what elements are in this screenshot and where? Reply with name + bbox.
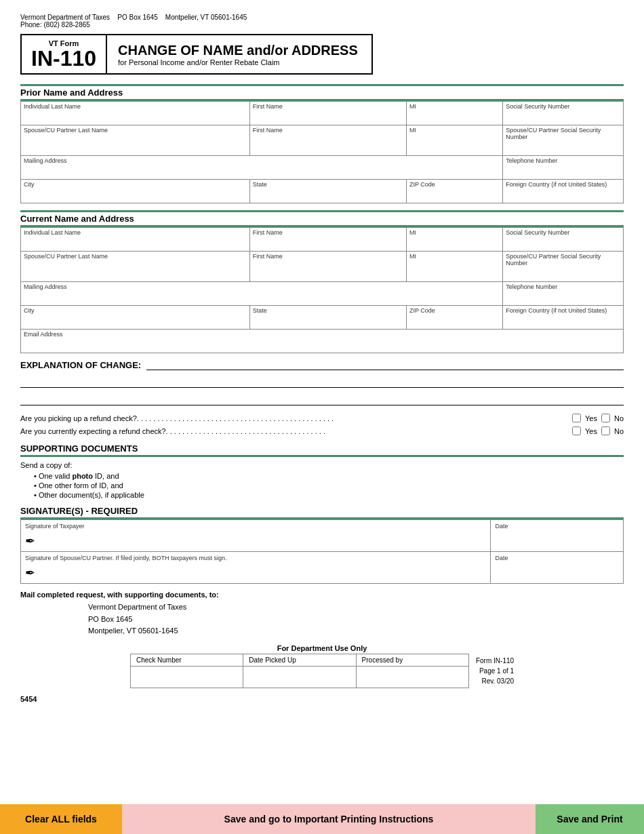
prior-first-name-2-input[interactable] (253, 135, 403, 147)
form-info-label: Form IN-110 (476, 656, 514, 666)
curr-email-input[interactable] (24, 339, 620, 351)
send-copy-label: Send a copy of: (20, 461, 624, 469)
prior-mi-1-input[interactable] (409, 111, 500, 123)
curr-mailing-address-input[interactable] (24, 292, 500, 304)
no-checkbox-2[interactable] (601, 426, 610, 435)
yes-checkbox-2[interactable] (572, 426, 581, 435)
taxpayer-date-input[interactable] (495, 531, 619, 543)
prior-spouse-ssn-input[interactable] (506, 142, 620, 154)
curr-spouse-last-name-input[interactable] (24, 261, 247, 273)
prior-individual-last-name-label: Individual Last Name (24, 103, 247, 110)
yes-checkbox-1[interactable] (572, 414, 581, 422)
curr-first-name-1-cell: First Name (249, 228, 406, 252)
curr-city-input[interactable] (24, 315, 247, 327)
curr-foreign-country-input[interactable] (506, 315, 620, 327)
no-label-1: No (614, 414, 624, 422)
form-info-right: Form IN-110 Page 1 of 1 Rev. 03/20 (476, 656, 514, 686)
prior-city-input[interactable] (24, 189, 247, 201)
yes-label-2: Yes (585, 427, 597, 435)
curr-city-label: City (24, 307, 247, 314)
curr-individual-last-name-label: Individual Last Name (24, 229, 247, 236)
prior-foreign-country-label: Foreign Country (if not United States) (506, 181, 620, 188)
curr-ssn-input[interactable] (506, 237, 620, 250)
dept-use-section: For Department Use Only Check Number Dat… (20, 644, 624, 688)
spouse-sig-cell: Signature of Spouse/CU Partner. If filed… (21, 552, 491, 584)
dept-date-input[interactable] (249, 671, 350, 683)
prior-name-table: Individual Last Name First Name MI Socia… (20, 101, 624, 203)
no-checkbox-group-2: No (601, 426, 624, 435)
prior-individual-last-name-cell: Individual Last Name (21, 102, 250, 125)
curr-zip-input[interactable] (409, 315, 500, 327)
prior-telephone-input[interactable] (506, 165, 620, 178)
prior-first-name-2-label: First Name (253, 127, 403, 134)
no-checkbox-group-1: No (601, 414, 624, 422)
signature-table: Signature of Taxpayer ✒ Date Signature o… (20, 519, 624, 584)
prior-mailing-address-input[interactable] (24, 165, 500, 178)
prior-name-section: Prior Name and Address Individual Last N… (20, 84, 624, 203)
clear-all-button[interactable]: Clear ALL fields (0, 804, 122, 834)
table-row: Individual Last Name First Name MI Socia… (21, 228, 624, 252)
curr-first-name-2-input[interactable] (253, 261, 403, 273)
save-print-button[interactable]: Save and Print (536, 804, 644, 834)
dept-check-input[interactable] (136, 671, 237, 683)
prior-mi-2-input[interactable] (409, 135, 500, 147)
form-number: IN-110 (31, 47, 96, 69)
prior-city-cell: City (21, 180, 250, 203)
prior-state-input[interactable] (253, 189, 403, 201)
list-item: One other form of ID, and (34, 481, 624, 490)
curr-telephone-input[interactable] (506, 292, 620, 304)
mail-address: Vermont Department of Taxes PO Box 1645 … (20, 601, 624, 637)
explanation-section: EXPLANATION OF CHANGE: (20, 360, 624, 405)
prior-mi-1-label: MI (409, 103, 500, 110)
city-state-zip: Montpelier, VT 05601-1645 (165, 14, 247, 21)
spouse-date-cell: Date (491, 552, 624, 584)
refund-text-2: Are you currently expecting a refund che… (20, 427, 568, 435)
spouse-date-input[interactable] (495, 563, 619, 575)
curr-zip-label: ZIP Code (409, 307, 500, 314)
curr-individual-last-name-input[interactable] (24, 237, 247, 250)
signature-section: SIGNATURE(S) - REQUIRED Signature of Tax… (20, 506, 624, 584)
refund-text-1: Are you picking up a refund check?. . . … (20, 414, 568, 422)
prior-telephone-label: Telephone Number (506, 157, 620, 164)
prior-ssn-input[interactable] (506, 111, 620, 123)
curr-spouse-ssn-input[interactable] (506, 268, 620, 280)
list-item: One valid photo ID, and (34, 472, 624, 480)
dept-processed-input[interactable] (362, 671, 463, 683)
current-name-table: Individual Last Name First Name MI Socia… (20, 227, 624, 353)
prior-spouse-last-name-input[interactable] (24, 135, 247, 147)
supporting-documents-section: SUPPORTING DOCUMENTS Send a copy of: One… (20, 443, 624, 499)
prior-spouse-ssn-cell: Spouse/CU Partner Social Security Number (503, 125, 624, 156)
prior-zip-input[interactable] (409, 189, 500, 201)
curr-first-name-1-input[interactable] (253, 237, 403, 250)
explanation-input-inline[interactable] (146, 361, 624, 370)
prior-first-name-1-input[interactable] (253, 111, 403, 123)
prior-individual-last-name-input[interactable] (24, 111, 247, 123)
prior-foreign-country-input[interactable] (506, 189, 620, 201)
prior-mi-1-cell: MI (406, 102, 502, 125)
no-checkbox-1[interactable] (601, 414, 610, 422)
prior-first-name-2-cell: First Name (249, 125, 406, 156)
header-info: Vermont Department of Taxes PO Box 1645 … (20, 14, 624, 28)
taxpayer-date-label: Date (495, 523, 619, 530)
curr-ssn-cell: Social Security Number (503, 228, 624, 252)
curr-mi-1-input[interactable] (409, 237, 500, 250)
explanation-input-line2[interactable] (20, 391, 624, 405)
curr-mi-2-input[interactable] (409, 261, 500, 273)
curr-state-input[interactable] (253, 315, 403, 327)
po-box: PO Box 1645 (117, 14, 157, 21)
table-row: Check Number Date Picked Up Processed by (130, 654, 468, 666)
signature-icon-1: ✒ (25, 534, 486, 549)
curr-mi-1-cell: MI (406, 228, 502, 252)
list-item: Other document(s), if applicable (34, 491, 624, 499)
supporting-title: SUPPORTING DOCUMENTS (20, 443, 624, 457)
save-go-button[interactable]: Save and go to Important Printing Instru… (122, 804, 536, 834)
prior-ssn-label: Social Security Number (506, 103, 620, 110)
explanation-input-line1[interactable] (20, 373, 624, 388)
refund-row-1: Are you picking up a refund check?. . . … (20, 414, 624, 422)
mail-address-line-1: Vermont Department of Taxes (88, 601, 624, 614)
curr-foreign-country-label: Foreign Country (if not United States) (506, 307, 620, 314)
prior-mailing-address-cell: Mailing Address (21, 156, 503, 180)
dept-use-table: Check Number Date Picked Up Processed by (130, 654, 469, 688)
mail-heading: Mail completed request, with supporting … (20, 591, 624, 599)
prior-spouse-ssn-label: Spouse/CU Partner Social Security Number (506, 127, 620, 140)
